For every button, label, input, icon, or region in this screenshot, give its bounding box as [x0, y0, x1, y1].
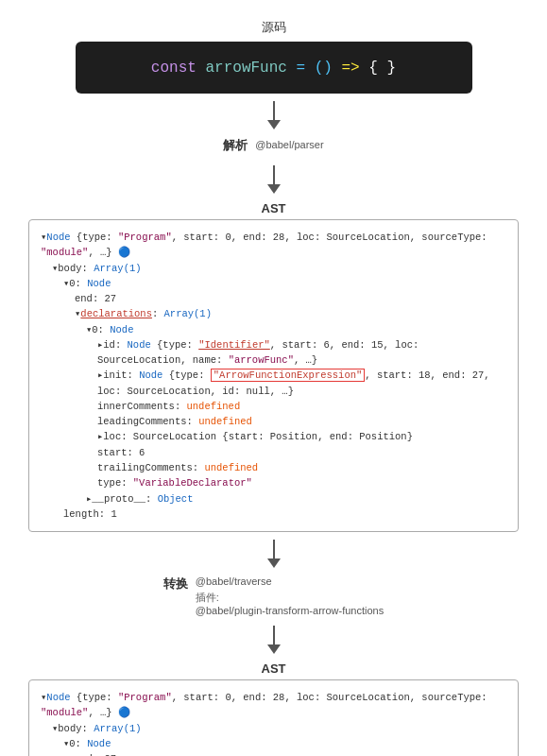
- ast2-label: AST: [262, 662, 286, 676]
- arrow-head-1: [267, 120, 281, 129]
- parse-label: 解析: [223, 137, 248, 154]
- ast1-line-1: ▾body: Array(1): [52, 261, 506, 276]
- ast1-line-15: length: 1: [63, 507, 506, 522]
- ast1-box: ▾Node {type: "Program", start: 0, end: 2…: [28, 219, 519, 532]
- source-code-box: const arrowFunc = () => { }: [76, 42, 472, 94]
- const-keyword: const: [151, 60, 206, 77]
- transform-plugin: @babel/plugin-transform-arrow-functions: [196, 605, 384, 616]
- ast2-wrapper: ▾Node {type: "Program", start: 0, end: 2…: [28, 679, 519, 756]
- ast2-line-0: ▾Node {type: "Program", start: 0, end: 2…: [41, 690, 506, 721]
- ast1-line-2: ▾0: Node: [63, 276, 506, 291]
- arrow: =>: [333, 60, 368, 77]
- transform-arrow: [267, 540, 281, 568]
- arrow-head-3: [267, 558, 281, 568]
- ast1-line-11: start: 6: [97, 445, 506, 460]
- ast1-wrapper: ▾Node {type: "Program", start: 0, end: 2…: [28, 219, 519, 532]
- ast1-line-14: ▸__proto__: Object: [86, 491, 506, 507]
- brace: { }: [368, 60, 396, 77]
- equals: =: [287, 60, 315, 77]
- ast1-line-7: ▸init: Node {type: "ArrowFunctionExpress…: [97, 368, 506, 399]
- ast1-line-13: type: "VariableDeclarator": [97, 475, 506, 490]
- arrow-line-1: [273, 101, 275, 120]
- ast2-line-1: ▾body: Array(1): [52, 721, 506, 736]
- ast1-line-0: ▾Node {type: "Program", start: 0, end: 2…: [41, 230, 506, 261]
- ast2-box: ▾Node {type: "Program", start: 0, end: 2…: [28, 679, 519, 756]
- ast1-line-4: ▾declarations: Array(1): [75, 306, 506, 321]
- ast1-line-5: ▾0: Node: [86, 322, 506, 337]
- arrow-line-4: [273, 626, 275, 644]
- ast1-line-10: ▸loc: SourceLocation {start: Position, e…: [97, 429, 506, 444]
- transform-arrow2: [267, 626, 281, 654]
- var-name: arrowFunc: [205, 60, 286, 77]
- ast2-line-3: end: 27: [75, 751, 506, 756]
- ast1-label: AST: [262, 201, 286, 215]
- parse-arrow2: [267, 165, 281, 194]
- arrow-head-2: [267, 184, 281, 194]
- arrow-head-4: [267, 644, 281, 654]
- parse-arrow: [267, 101, 281, 129]
- transform-tool: @babel/traverse: [196, 576, 384, 587]
- ast1-line-8: innerComments: undefined: [97, 399, 506, 414]
- ast1-line-6: ▸id: Node {type: "Identifier", start: 6,…: [97, 337, 506, 369]
- transform-label: 转换: [163, 576, 188, 593]
- ast1-line-3: end: 27: [75, 291, 506, 306]
- arrow-line-3: [273, 540, 275, 558]
- ast2-line-2: ▾0: Node: [63, 736, 506, 751]
- parens: (): [315, 60, 333, 77]
- source-label: 源码: [262, 19, 286, 36]
- ast1-line-12: trailingComments: undefined: [97, 460, 506, 475]
- transform-plugin-label: 插件:: [196, 591, 384, 605]
- ast1-line-9: leadingComments: undefined: [97, 414, 506, 429]
- arrow-line-2: [273, 165, 275, 184]
- parse-tool: @babel/parser: [255, 139, 323, 150]
